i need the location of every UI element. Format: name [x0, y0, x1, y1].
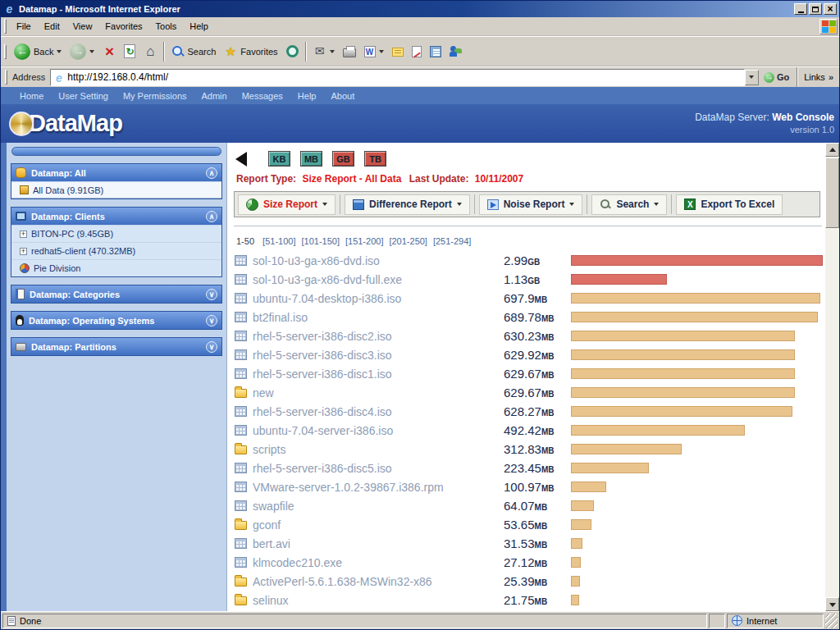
- dropdown-caret-icon[interactable]: [569, 203, 574, 206]
- expand-plus-icon[interactable]: +: [20, 231, 27, 238]
- dropdown-caret-icon[interactable]: [457, 203, 462, 206]
- collapse-chevron-icon[interactable]: ∧: [206, 211, 217, 222]
- back-button[interactable]: Back: [10, 42, 66, 62]
- address-input[interactable]: [67, 71, 744, 84]
- minimize-button[interactable]: [794, 3, 807, 15]
- expand-chevron-icon[interactable]: ∨: [206, 341, 217, 353]
- nav-link-help[interactable]: Help: [290, 91, 324, 101]
- sidebar-item[interactable]: Pie Division: [11, 259, 221, 276]
- table-row[interactable]: ubuntu-7.04-server-i386.iso492.42MB: [232, 421, 825, 440]
- favorites-button[interactable]: Favorites: [220, 43, 281, 60]
- home-button[interactable]: [139, 43, 161, 60]
- unit-button-gb[interactable]: GB: [332, 151, 354, 167]
- research-button[interactable]: [426, 44, 445, 59]
- forward-dropdown-icon[interactable]: [89, 50, 94, 53]
- expand-chevron-icon[interactable]: ∨: [206, 315, 217, 326]
- table-row[interactable]: rhel-5-server-i386-disc4.iso628.27MB: [232, 402, 825, 421]
- report-button-difference-report[interactable]: Difference Report: [345, 194, 470, 215]
- history-button[interactable]: [282, 43, 303, 59]
- resize-grip[interactable]: [825, 614, 838, 628]
- scroll-down-button[interactable]: [825, 597, 839, 611]
- pagination-link[interactable]: [101-150]: [301, 236, 339, 246]
- table-row[interactable]: sol-10-u3-ga-x86-dvd-full.exe1.13GB: [232, 270, 825, 289]
- menu-item-view[interactable]: View: [66, 19, 99, 34]
- menu-item-edit[interactable]: Edit: [38, 19, 66, 34]
- datamap-logo[interactable]: DataMap: [9, 110, 122, 137]
- menu-item-favorites[interactable]: Favorites: [98, 19, 148, 34]
- search-button[interactable]: Search: [167, 43, 220, 59]
- scroll-up-button[interactable]: [825, 143, 839, 157]
- sidebar-item[interactable]: +redhat5-client (470.32MB): [11, 242, 221, 259]
- address-dropdown-button[interactable]: [745, 70, 759, 85]
- title-bar[interactable]: Datamap - Microsoft Internet Explorer: [1, 1, 839, 17]
- pagination-link[interactable]: [51-100]: [262, 236, 295, 246]
- menu-item-tools[interactable]: Tools: [149, 19, 184, 34]
- table-row[interactable]: new629.67MB: [232, 383, 825, 402]
- nav-link-about[interactable]: About: [323, 91, 362, 101]
- table-row[interactable]: ubuntu-7.04-desktop-i386.iso697.9MB: [232, 289, 825, 308]
- stop-button[interactable]: [98, 43, 120, 60]
- unit-button-tb[interactable]: TB: [364, 151, 386, 167]
- pagination-link[interactable]: [201-250]: [389, 236, 427, 246]
- messenger-button[interactable]: [445, 43, 466, 59]
- nav-link-user-setting[interactable]: User Setting: [51, 91, 116, 101]
- journal-button[interactable]: [408, 44, 426, 59]
- table-row[interactable]: gconf53.65MB: [232, 515, 825, 534]
- table-row[interactable]: VMware-server-1.0.2-39867.i386.rpm100.97…: [232, 477, 825, 496]
- table-row[interactable]: scripts312.83MB: [232, 440, 825, 459]
- table-row[interactable]: bt2final.iso689.78MB: [232, 308, 825, 326]
- report-button-size-report[interactable]: Size Report: [238, 194, 336, 215]
- menu-item-file[interactable]: File: [10, 19, 38, 34]
- sidebar-panel-header[interactable]: Datamap: Operating Systems∨: [11, 312, 221, 329]
- nav-link-messages[interactable]: Messages: [235, 91, 290, 101]
- edit-dropdown-icon[interactable]: [379, 50, 384, 53]
- scroll-track[interactable]: [825, 228, 839, 597]
- toolbar-grip[interactable]: [4, 44, 7, 59]
- discuss-button[interactable]: [388, 44, 408, 58]
- table-row[interactable]: swapfile64.07MB: [232, 496, 825, 515]
- table-row[interactable]: ActivePerl-5.6.1.638-MSWin32-x8625.39MB: [232, 572, 825, 591]
- nav-link-admin[interactable]: Admin: [194, 91, 235, 101]
- back-dropdown-icon[interactable]: [57, 50, 62, 53]
- sidebar-panel-header[interactable]: Datamap: Partitions∨: [11, 338, 221, 355]
- nav-link-my-permissions[interactable]: My Permissions: [116, 91, 194, 101]
- nav-link-home[interactable]: Home: [12, 91, 51, 101]
- forward-button[interactable]: [66, 42, 98, 62]
- expand-chevron-icon[interactable]: ∨: [206, 289, 217, 300]
- print-button[interactable]: [339, 43, 360, 59]
- addressbar-grip[interactable]: [5, 70, 7, 84]
- table-row[interactable]: rhel-5-server-i386-disc3.iso629.92MB: [232, 345, 825, 364]
- dropdown-caret-icon[interactable]: [322, 203, 327, 206]
- go-button[interactable]: Go: [759, 71, 794, 84]
- unit-button-kb[interactable]: KB: [268, 151, 290, 167]
- collapse-chevron-icon[interactable]: ∧: [206, 167, 217, 179]
- sidebar-panel-header[interactable]: Datamap: All∧: [11, 164, 221, 181]
- mail-button[interactable]: [309, 44, 339, 59]
- report-button-export-to-excel[interactable]: Export To Excel: [676, 194, 783, 215]
- pagination-link[interactable]: [151-200]: [345, 236, 383, 246]
- refresh-button[interactable]: [120, 43, 139, 60]
- dropdown-caret-icon[interactable]: [654, 203, 659, 206]
- table-row[interactable]: bert.avi31.53MB: [232, 534, 825, 553]
- sidebar-scroll-strip[interactable]: [11, 147, 221, 156]
- vertical-scrollbar[interactable]: [825, 143, 839, 611]
- table-row[interactable]: sol-10-u3-ga-x86-dvd.iso2.99GB: [232, 251, 825, 270]
- back-arrow-icon[interactable]: [235, 152, 247, 167]
- table-row[interactable]: rhel-5-server-i386-disc1.iso629.67MB: [232, 364, 825, 383]
- menubar-grip[interactable]: [4, 19, 7, 34]
- scroll-thumb[interactable]: [825, 158, 839, 228]
- menu-item-help[interactable]: Help: [183, 19, 215, 34]
- edit-button[interactable]: [360, 44, 388, 59]
- mail-dropdown-icon[interactable]: [330, 50, 335, 53]
- close-button[interactable]: [824, 3, 837, 15]
- pagination-link[interactable]: [251-294]: [433, 236, 471, 246]
- maximize-button[interactable]: [809, 3, 822, 15]
- table-row[interactable]: klmcodec210.exe27.12MB: [232, 553, 825, 572]
- report-button-search[interactable]: Search: [591, 194, 667, 215]
- table-row[interactable]: selinux21.75MB: [232, 591, 825, 609]
- sidebar-item[interactable]: +BITON-PC (9.45GB): [11, 225, 221, 242]
- table-row[interactable]: rhel-5-server-i386-disc2.iso630.23MB: [232, 326, 825, 345]
- sidebar-panel-header[interactable]: Datamap: Clients∧: [11, 208, 221, 225]
- report-button-noise-report[interactable]: Noise Report: [479, 194, 583, 215]
- table-row[interactable]: rhel-5-server-i386-disc5.iso223.45MB: [232, 459, 825, 477]
